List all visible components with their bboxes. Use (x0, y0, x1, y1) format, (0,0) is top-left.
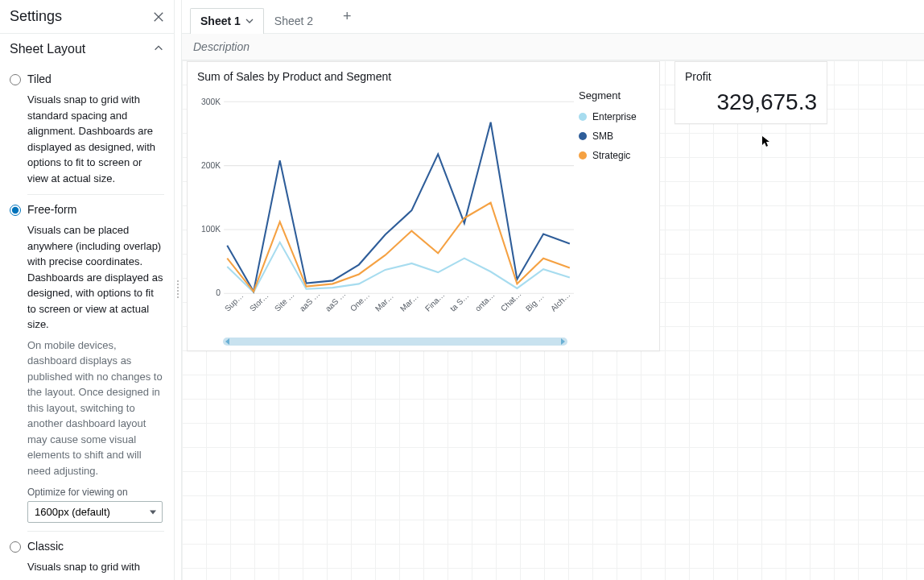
legend-title: Segment (579, 89, 650, 102)
optimize-select[interactable]: 1600px (default) (27, 501, 163, 523)
freeform-description-1: Visuals can be placed anywhere (includin… (10, 222, 164, 333)
legend-swatch-icon (579, 132, 587, 140)
tab-sheet-2[interactable]: Sheet 2 (264, 8, 324, 34)
legend-swatch-icon (579, 151, 587, 160)
legend-item[interactable]: Enterprise (579, 111, 650, 122)
settings-title: Settings (10, 8, 62, 25)
close-icon[interactable] (153, 11, 164, 23)
chart-title: Sum of Sales by Product and Segment (188, 62, 659, 86)
section-title: Sheet Layout (10, 42, 85, 56)
freeform-description-2: On mobile devices, dashboard displays as… (10, 338, 164, 479)
legend-label: SMB (592, 130, 613, 142)
chevron-up-icon (153, 43, 164, 56)
tab-sheet-1[interactable]: Sheet 1 (190, 8, 264, 34)
radio-tiled[interactable] (10, 74, 21, 85)
optimize-label: Optimize for viewing on (10, 487, 164, 498)
main-area: Sheet 1 Sheet 2 + Description Sum of Sal… (182, 0, 924, 580)
legend-label: Enterprise (592, 111, 637, 122)
radio-classic[interactable] (10, 541, 21, 553)
dashboard-canvas[interactable]: Sum of Sales by Product and Segment 0 10… (182, 60, 924, 580)
kpi-title: Profit (675, 62, 827, 86)
radio-label-freeform: Free-form (27, 203, 76, 216)
optimize-select-wrap: 1600px (default) (27, 501, 163, 523)
radio-freeform[interactable] (10, 205, 21, 216)
radio-label-classic: Classic (27, 540, 64, 553)
chart-x-scrollbar[interactable] (223, 338, 567, 346)
visual-kpi-profit[interactable]: Profit 329,675.3 (674, 61, 827, 124)
visual-line-chart[interactable]: Sum of Sales by Product and Segment 0 10… (187, 61, 660, 351)
svg-text:0: 0 (216, 288, 221, 297)
tab-label: Sheet 1 (200, 14, 241, 27)
tab-label: Sheet 2 (274, 14, 313, 27)
panel-resize-handle[interactable] (175, 0, 182, 580)
sheet-description[interactable]: Description (182, 34, 924, 60)
chart-plot-wrap: 0 100K 200K 300K SupportStorageSite Anal… (192, 86, 574, 346)
chart-legend: Segment EnterpriseSMBStrategic (574, 86, 654, 346)
kpi-value: 329,675.3 (675, 86, 827, 125)
legend-label: Strategic (592, 150, 630, 161)
legend-item[interactable]: SMB (579, 130, 650, 142)
svg-text:100K: 100K (201, 224, 221, 234)
tiled-description: Visuals snap to grid with standard spaci… (10, 92, 164, 186)
layout-option-classic[interactable]: Classic (10, 532, 164, 559)
chart-body: 0 100K 200K 300K SupportStorageSite Anal… (188, 86, 659, 350)
settings-panel: Settings Sheet Layout Tiled Visuals snap… (0, 0, 175, 580)
layout-option-tiled[interactable]: Tiled (10, 64, 164, 92)
add-sheet-button[interactable]: + (336, 5, 358, 28)
chart-x-labels: SupportStorageSite Anal...aaS Conn...aaS… (192, 302, 574, 338)
chevron-down-icon[interactable] (245, 17, 254, 25)
sheet-layout-section-header[interactable]: Sheet Layout (0, 34, 174, 64)
radio-label-tiled: Tiled (27, 72, 52, 85)
section-body: Tiled Visuals snap to grid with standard… (0, 64, 174, 580)
legend-item[interactable]: Strategic (579, 150, 650, 161)
chart-series-line (227, 242, 570, 292)
chart-plot: 0 100K 200K 300K (192, 86, 574, 302)
classic-description: Visuals snap to grid with (10, 559, 164, 575)
layout-option-freeform[interactable]: Free-form (10, 195, 164, 222)
sheet-tabs: Sheet 1 Sheet 2 + (182, 0, 924, 34)
settings-header: Settings (0, 0, 174, 34)
svg-text:300K: 300K (201, 96, 221, 106)
svg-text:200K: 200K (201, 160, 221, 170)
legend-swatch-icon (579, 113, 587, 121)
